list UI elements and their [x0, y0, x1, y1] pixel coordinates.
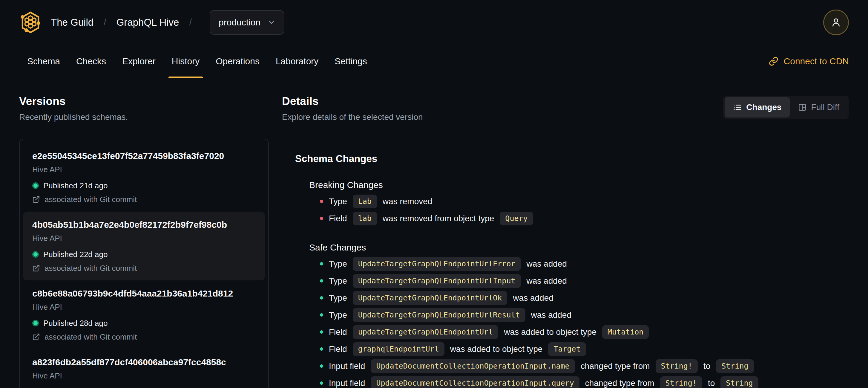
change-row: Fieldlabwas removed from object typeQuer…	[309, 210, 849, 227]
change-text: Field	[329, 327, 347, 337]
version-status: Published 28d ago	[32, 319, 256, 328]
versions-subtitle: Recently published schemas.	[19, 112, 269, 122]
change-row: TypeLabwas removed	[309, 193, 849, 210]
breadcrumb: The Guild / GraphQL Hive / production	[51, 10, 284, 35]
tab-history[interactable]: History	[164, 45, 208, 78]
safe-changes-title: Safe Changes	[309, 242, 849, 252]
user-avatar-button[interactable]	[823, 9, 849, 35]
code-chip: updateTargetGraphQLEndpointUrl	[353, 325, 498, 339]
change-row: Input fieldUpdateDocumentCollectionOpera…	[309, 358, 849, 375]
changes-view-label: Changes	[746, 102, 781, 112]
code-chip: Query	[500, 212, 533, 226]
bullet-dot	[320, 347, 323, 351]
tab-settings[interactable]: Settings	[327, 45, 375, 78]
bullet-dot	[320, 364, 323, 368]
breadcrumb-org[interactable]: The Guild	[51, 17, 93, 28]
external-link-icon	[32, 264, 40, 272]
connect-cdn-link[interactable]: Connect to CDN	[769, 56, 849, 66]
code-chip: Mutation	[602, 325, 649, 339]
bullet-dot	[320, 313, 323, 317]
details-title: Details	[282, 95, 423, 108]
target-selector-value: production	[219, 17, 260, 28]
versions-list: e2e55045345ce13fe07f52a77459b83fa3fe7020…	[19, 139, 269, 388]
connect-cdn-label: Connect to CDN	[784, 56, 849, 66]
list-icon	[733, 103, 742, 112]
code-chip: String!	[660, 376, 702, 388]
change-text: Input field	[329, 379, 365, 388]
change-row: FieldupdateTargetGraphQLEndpointUrlwas a…	[309, 323, 849, 340]
change-text: Input field	[329, 361, 365, 371]
version-git-link[interactable]: associated with Git commit	[32, 264, 256, 273]
change-row: TypeUpdateTargetGraphQLEndpointUrlErrorw…	[309, 255, 849, 272]
user-icon	[830, 17, 842, 28]
version-status-text: Published 21d ago	[43, 181, 107, 190]
change-row: TypeUpdateTargetGraphQLEndpointUrlInputw…	[309, 272, 849, 289]
tab-laboratory[interactable]: Laboratory	[268, 45, 327, 78]
change-text: was added	[527, 259, 567, 269]
code-chip: String!	[656, 359, 698, 373]
change-row: FieldgraphqlEndpointUrlwas added to obje…	[309, 340, 849, 358]
version-item[interactable]: 4b05ab51b1b4a7e2e4b0ef82172f2b9f7ef98c0b…	[23, 212, 265, 280]
change-row: TypeUpdateTargetGraphQLEndpointUrlOkwas …	[309, 289, 849, 306]
code-chip: UpdateTargetGraphQLEndpointUrlOk	[353, 291, 507, 305]
code-chip: String	[716, 359, 753, 373]
change-text: was added to object type	[450, 345, 543, 354]
version-hash: a823f6db2a55df877dcf406006abca97fcc4858c	[32, 357, 256, 368]
breaking-changes-section: Breaking Changes TypeLabwas removedField…	[295, 180, 849, 227]
tab-checks[interactable]: Checks	[68, 45, 114, 78]
code-chip: lab	[353, 212, 377, 226]
breadcrumb-project[interactable]: GraphQL Hive	[117, 17, 179, 28]
published-dot-icon	[32, 320, 39, 326]
version-git-text: associated with Git commit	[44, 332, 137, 341]
bullet-dot	[320, 381, 323, 385]
versions-title: Versions	[19, 95, 269, 108]
versions-panel: Versions Recently published schemas. e2e…	[19, 78, 269, 388]
version-git-text: associated with Git commit	[44, 195, 137, 204]
breaking-changes-list: TypeLabwas removedFieldlabwas removed fr…	[309, 193, 849, 227]
version-service: Hive API	[32, 234, 256, 243]
full-diff-view-button[interactable]: Full Diff	[790, 97, 847, 117]
full-diff-view-label: Full Diff	[811, 102, 839, 112]
target-selector[interactable]: production	[210, 10, 284, 35]
change-text: was removed from object type	[383, 214, 494, 223]
code-chip: UpdateTargetGraphQLEndpointUrlResult	[353, 308, 525, 322]
version-item[interactable]: a823f6db2a55df877dcf406006abca97fcc4858c…	[23, 349, 265, 388]
change-text: changed type from	[581, 361, 650, 371]
link-chain-icon	[769, 57, 778, 66]
bullet-dot	[320, 330, 323, 334]
version-item[interactable]: e2e55045345ce13fe07f52a77459b83fa3fe7020…	[23, 143, 265, 212]
breadcrumb-separator: /	[104, 17, 106, 28]
changes-view-button[interactable]: Changes	[725, 97, 789, 117]
change-text: Type	[329, 197, 347, 206]
change-text: was added	[531, 310, 571, 320]
change-row: Input fieldUpdateDocumentCollectionOpera…	[309, 375, 849, 388]
safe-changes-section: Safe Changes TypeUpdateTargetGraphQLEndp…	[295, 242, 849, 388]
tab-explorer[interactable]: Explorer	[114, 45, 164, 78]
version-git-link[interactable]: associated with Git commit	[32, 195, 256, 204]
details-panel: Details Explore details of the selected …	[282, 78, 849, 388]
bullet-dot	[320, 262, 323, 265]
version-git-link[interactable]: associated with Git commit	[32, 332, 256, 341]
schema-changes-title: Schema Changes	[295, 153, 849, 165]
breadcrumb-separator: /	[189, 17, 192, 28]
change-text: to	[704, 361, 710, 371]
hive-logo-icon[interactable]	[19, 10, 42, 34]
tab-schema[interactable]: Schema	[19, 45, 68, 78]
change-text: Type	[329, 310, 347, 320]
app-header: The Guild / GraphQL Hive / production Sc…	[0, 0, 868, 78]
code-chip: Lab	[353, 195, 377, 208]
change-text: changed type from	[585, 379, 654, 388]
code-chip: UpdateTargetGraphQLEndpointUrlInput	[353, 274, 521, 288]
version-item[interactable]: c8b6e88a06793b9c4dfd54aaa21b36a1b421d812…	[23, 280, 265, 349]
version-git-text: associated with Git commit	[44, 264, 137, 273]
version-service: Hive API	[32, 371, 256, 380]
code-chip: UpdateDocumentCollectionOperationInput.q…	[371, 376, 579, 388]
code-chip: String	[720, 376, 758, 388]
tab-operations[interactable]: Operations	[208, 45, 268, 78]
change-text: Type	[329, 293, 347, 303]
bullet-dot	[320, 279, 323, 282]
code-chip: UpdateDocumentCollectionOperationInput.n…	[371, 359, 575, 373]
version-status-text: Published 22d ago	[43, 250, 107, 259]
change-text: to	[708, 379, 715, 388]
change-text: Type	[329, 276, 347, 286]
